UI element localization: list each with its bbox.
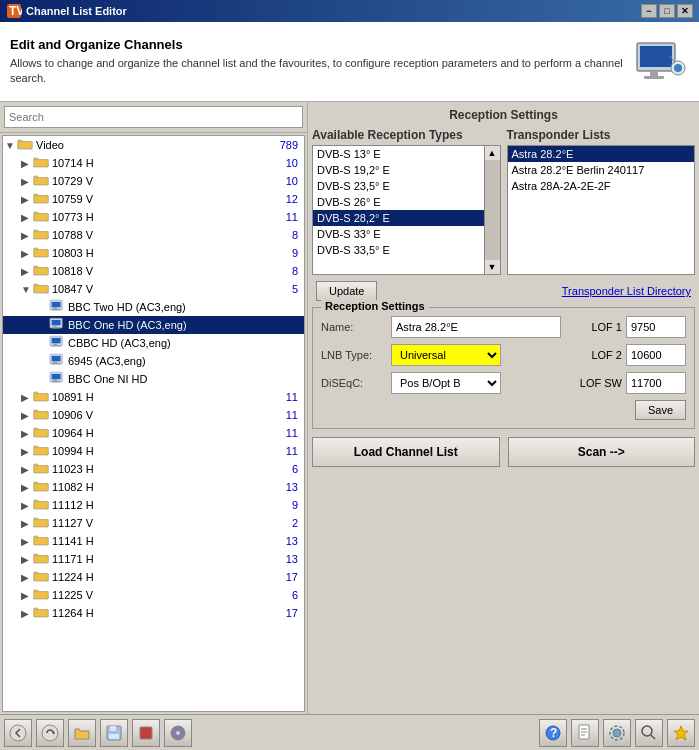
tree-item[interactable]: ▶ 10759 V12 xyxy=(3,190,304,208)
lofsw-input[interactable] xyxy=(626,372,686,394)
tree-expand-arrow[interactable]: ▶ xyxy=(21,554,33,565)
lnb-type-select[interactable]: UniversalSingleTwinQuattro xyxy=(391,344,501,366)
tree-item-count: 17 xyxy=(286,571,298,583)
tree-item[interactable]: ▶ 10729 V10 xyxy=(3,172,304,190)
tree-expand-arrow[interactable]: ▶ xyxy=(21,176,33,187)
taskbar-document-button[interactable] xyxy=(571,719,599,747)
close-button[interactable]: ✕ xyxy=(677,4,693,18)
tree-expand-arrow[interactable]: ▶ xyxy=(21,392,33,403)
taskbar-save-button[interactable] xyxy=(100,719,128,747)
tree-expand-arrow[interactable]: ▶ xyxy=(21,248,33,259)
tree-item[interactable]: ▶ 11112 H9 xyxy=(3,496,304,514)
tree-item[interactable]: ▶ 10773 H11 xyxy=(3,208,304,226)
tree-expand-arrow[interactable]: ▶ xyxy=(21,158,33,169)
tree-item[interactable]: ▶ 11264 H17 xyxy=(3,604,304,622)
taskbar-star-button[interactable] xyxy=(667,719,695,747)
transponder-list-item[interactable]: Astra 28.2°E xyxy=(508,146,695,162)
tree-item-count: 13 xyxy=(286,481,298,493)
scroll-up[interactable]: ▲ xyxy=(485,146,500,160)
reception-type-item[interactable]: DVB-S 33,5° E xyxy=(313,242,484,258)
tree-item[interactable]: BBC Two HD (AC3,eng) xyxy=(3,298,304,316)
reception-types-listbox[interactable]: DVB-S 13° EDVB-S 19,2° EDVB-S 23,5° EDVB… xyxy=(312,145,485,275)
transponder-list-item[interactable]: Astra 28.2°E Berlin 240117 xyxy=(508,162,695,178)
taskbar-stop-button[interactable] xyxy=(132,719,160,747)
taskbar-search-button[interactable] xyxy=(635,719,663,747)
tree-expand-arrow[interactable]: ▶ xyxy=(21,518,33,529)
taskbar-help-button[interactable]: ? xyxy=(539,719,567,747)
reception-type-item[interactable]: DVB-S 13° E xyxy=(313,146,484,162)
load-channel-list-button[interactable]: Load Channel List xyxy=(312,437,500,467)
tree-item[interactable]: 6945 (AC3,eng) xyxy=(3,352,304,370)
tree-item[interactable]: ▶ 10994 H11 xyxy=(3,442,304,460)
tree-item-name: 10847 V xyxy=(52,283,292,295)
tree-expand-arrow[interactable]: ▶ xyxy=(21,428,33,439)
tree-item[interactable]: ▶ 10964 H11 xyxy=(3,424,304,442)
tree-expand-arrow[interactable]: ▶ xyxy=(21,410,33,421)
tree-item[interactable]: ▶ 11224 H17 xyxy=(3,568,304,586)
tree-item[interactable]: ▶ 10714 H10 xyxy=(3,154,304,172)
tree-expand-arrow[interactable]: ▶ xyxy=(21,482,33,493)
right-panel-title: Reception Settings xyxy=(312,106,695,124)
diseqc-select[interactable]: NonePos A/Opt APos A/Opt BPos B/Opt APos… xyxy=(391,372,501,394)
taskbar-back-button[interactable] xyxy=(4,719,32,747)
reception-type-item[interactable]: DVB-S 28,2° E xyxy=(313,210,484,226)
minimize-button[interactable]: − xyxy=(641,4,657,18)
tree-item[interactable]: ▶ 10818 V8 xyxy=(3,262,304,280)
maximize-button[interactable]: □ xyxy=(659,4,675,18)
tree-expand-arrow[interactable]: ▶ xyxy=(21,212,33,223)
tree-expand-arrow[interactable]: ▶ xyxy=(21,446,33,457)
taskbar-settings-button[interactable] xyxy=(603,719,631,747)
tree-item[interactable]: BBC One HD (AC3,eng) xyxy=(3,316,304,334)
tree-item[interactable]: ▶ 11023 H6 xyxy=(3,460,304,478)
taskbar-folder-button[interactable] xyxy=(68,719,96,747)
tree-item[interactable]: ▶ 10891 H11 xyxy=(3,388,304,406)
listbox-scrollbar[interactable]: ▲ ▼ xyxy=(485,145,501,275)
tree-item[interactable]: ▶ 10788 V8 xyxy=(3,226,304,244)
lof1-input[interactable] xyxy=(626,316,686,338)
lof2-input[interactable] xyxy=(626,344,686,366)
transponder-list-item[interactable]: Astra 28A-2A-2E-2F xyxy=(508,178,695,194)
tree-expand-arrow[interactable]: ▶ xyxy=(21,194,33,205)
svg-rect-20 xyxy=(52,345,61,346)
tree-item-name: 11127 V xyxy=(52,517,292,529)
tree-expand-arrow[interactable]: ▶ xyxy=(21,590,33,601)
tree-expand-arrow[interactable]: ▼ xyxy=(5,140,17,151)
tree-item[interactable]: ▶ 11082 H13 xyxy=(3,478,304,496)
tree-item[interactable]: ▼ Video789 xyxy=(3,136,304,154)
search-input[interactable] xyxy=(4,106,303,128)
name-input[interactable] xyxy=(391,316,561,338)
tree-item[interactable]: ▶ 11171 H13 xyxy=(3,550,304,568)
tree-item[interactable]: ▶ 11225 V6 xyxy=(3,586,304,604)
reception-type-item[interactable]: DVB-S 26° E xyxy=(313,194,484,210)
tree-item[interactable]: ▶ 10906 V11 xyxy=(3,406,304,424)
scroll-down[interactable]: ▼ xyxy=(485,260,500,274)
transponder-list-directory-link[interactable]: Transponder List Directory xyxy=(562,285,691,297)
reception-type-item[interactable]: DVB-S 33° E xyxy=(313,226,484,242)
tree-expand-arrow[interactable]: ▶ xyxy=(21,230,33,241)
update-button[interactable]: Update xyxy=(316,281,377,301)
save-button[interactable]: Save xyxy=(635,400,686,420)
tree-item[interactable]: ▼ 10847 V5 xyxy=(3,280,304,298)
tree-expand-arrow[interactable]: ▶ xyxy=(21,608,33,619)
tree-expand-arrow[interactable]: ▶ xyxy=(21,572,33,583)
tree-expand-arrow[interactable]: ▶ xyxy=(21,536,33,547)
tree-expand-arrow[interactable]: ▶ xyxy=(21,500,33,511)
tree-item[interactable]: ▶ 10803 H9 xyxy=(3,244,304,262)
tree-item[interactable]: ▶ 11141 H13 xyxy=(3,532,304,550)
tree-expand-arrow[interactable]: ▶ xyxy=(21,464,33,475)
tree-item-count: 2 xyxy=(292,517,298,529)
folder-icon xyxy=(33,191,52,207)
tree-expand-arrow[interactable]: ▼ xyxy=(21,284,33,295)
channel-tree[interactable]: ▼ Video789▶ 10714 H10▶ 10729 V10▶ 10759 … xyxy=(2,135,305,712)
reception-type-item[interactable]: DVB-S 23,5° E xyxy=(313,178,484,194)
transponder-lists-listbox[interactable]: Astra 28.2°EAstra 28.2°E Berlin 240117As… xyxy=(507,145,696,275)
tree-item-name: BBC One NI HD xyxy=(68,373,302,385)
tree-expand-arrow[interactable]: ▶ xyxy=(21,266,33,277)
tree-item[interactable]: CBBC HD (AC3,eng) xyxy=(3,334,304,352)
reception-type-item[interactable]: DVB-S 19,2° E xyxy=(313,162,484,178)
tree-item[interactable]: BBC One NI HD xyxy=(3,370,304,388)
taskbar-disk-button[interactable] xyxy=(164,719,192,747)
scan-button[interactable]: Scan --> xyxy=(508,437,696,467)
taskbar-refresh-button[interactable] xyxy=(36,719,64,747)
tree-item[interactable]: ▶ 11127 V2 xyxy=(3,514,304,532)
